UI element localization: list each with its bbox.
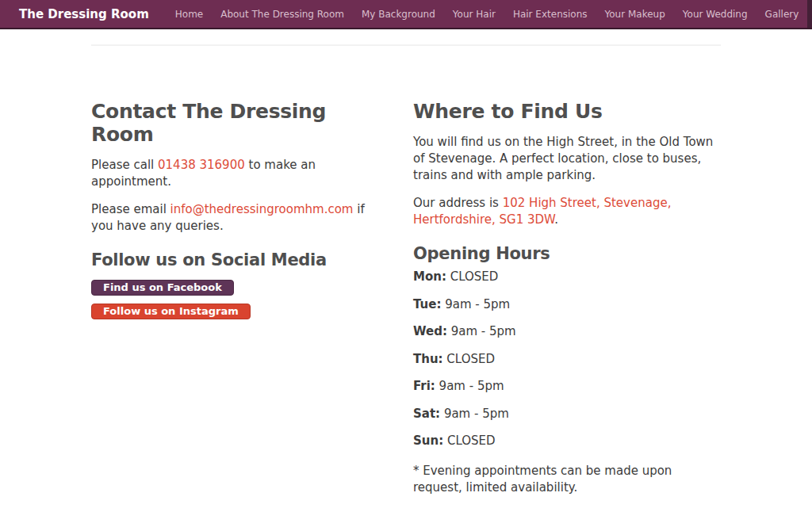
hours-value: 9am - 5pm xyxy=(447,324,516,338)
hours-row: Mon: CLOSED xyxy=(413,271,721,283)
address-paragraph: Our address is 102 High Street, Stevenag… xyxy=(413,195,721,228)
hours-value: 9am - 5pm xyxy=(435,379,504,393)
hours-row: Sun: CLOSED xyxy=(413,435,721,447)
find-us-description: You will find us on the High Street, in … xyxy=(413,134,721,184)
page-container: Contact The Dressing Room Please call 01… xyxy=(91,44,721,508)
social-heading: Follow us on Social Media xyxy=(91,250,382,269)
nav-item-your-hair[interactable]: Your Hair xyxy=(444,0,504,28)
contact-column: Contact The Dressing Room Please call 01… xyxy=(91,46,382,496)
hours-day-label: Wed: xyxy=(413,324,447,338)
hours-day-label: Tue: xyxy=(413,297,441,311)
opening-hours-list: Mon: CLOSEDTue: 9am - 5pmWed: 9am - 5pmT… xyxy=(413,271,721,447)
nav-item-about-the-dressing-room[interactable]: About The Dressing Room xyxy=(212,0,353,28)
opening-hours-heading: Opening Hours xyxy=(413,244,721,263)
nav-item-your-wedding[interactable]: Your Wedding xyxy=(674,0,756,28)
hours-day-label: Sat: xyxy=(413,407,440,421)
hours-value: 9am - 5pm xyxy=(440,407,509,421)
facebook-button-row: Find us on Facebook xyxy=(91,269,382,296)
hours-day-label: Mon: xyxy=(413,269,446,284)
call-paragraph: Please call 01438 316900 to make an appo… xyxy=(91,157,382,190)
nav-item-my-background[interactable]: My Background xyxy=(353,0,444,28)
site-brand[interactable]: The Dressing Room xyxy=(19,0,149,28)
nav-item-home[interactable]: Home xyxy=(167,0,212,28)
instagram-button-row: Follow us on Instagram xyxy=(91,296,382,319)
address-suffix-text: . xyxy=(554,212,558,227)
hours-value: CLOSED xyxy=(443,352,495,366)
nav-item-hair-extensions[interactable]: Hair Extensions xyxy=(504,0,596,28)
email-prefix-text: Please email xyxy=(91,202,170,216)
nav-menu: HomeAbout The Dressing RoomMy Background… xyxy=(167,0,812,28)
hours-row: Wed: 9am - 5pm xyxy=(413,326,721,338)
phone-link[interactable]: 01438 316900 xyxy=(158,158,245,172)
instagram-button[interactable]: Follow us on Instagram xyxy=(91,304,251,319)
hours-day-label: Fri: xyxy=(413,379,435,393)
hours-value: CLOSED xyxy=(443,434,495,448)
hours-row: Fri: 9am - 5pm xyxy=(413,380,721,392)
top-navbar: The Dressing Room HomeAbout The Dressing… xyxy=(0,0,812,29)
email-paragraph: Please email info@thedressingroomhm.com … xyxy=(91,201,382,235)
find-us-column: Where to Find Us You will find us on the… xyxy=(413,46,721,496)
hours-row: Sat: 9am - 5pm xyxy=(413,408,721,420)
hours-row: Tue: 9am - 5pm xyxy=(413,299,721,311)
opening-hours-note: * Evening appointments can be made upon … xyxy=(413,463,721,496)
contact-heading: Contact The Dressing Room xyxy=(91,100,382,146)
hours-day-label: Sun: xyxy=(413,434,443,448)
hours-value: CLOSED xyxy=(446,269,498,284)
email-link[interactable]: info@thedressingroomhm.com xyxy=(170,202,354,216)
hours-row: Thu: CLOSED xyxy=(413,353,721,365)
call-prefix-text: Please call xyxy=(91,158,158,172)
facebook-button[interactable]: Find us on Facebook xyxy=(91,280,234,296)
nav-item-your-makeup[interactable]: Your Makeup xyxy=(596,0,674,28)
nav-item-contact-us[interactable]: Contact Us xyxy=(807,0,812,28)
hours-value: 9am - 5pm xyxy=(441,297,510,311)
content-columns: Contact The Dressing Room Please call 01… xyxy=(91,46,721,496)
hours-day-label: Thu: xyxy=(413,352,443,366)
address-prefix-text: Our address is xyxy=(413,196,503,210)
nav-item-gallery[interactable]: Gallery xyxy=(756,0,808,28)
find-us-heading: Where to Find Us xyxy=(413,100,721,123)
